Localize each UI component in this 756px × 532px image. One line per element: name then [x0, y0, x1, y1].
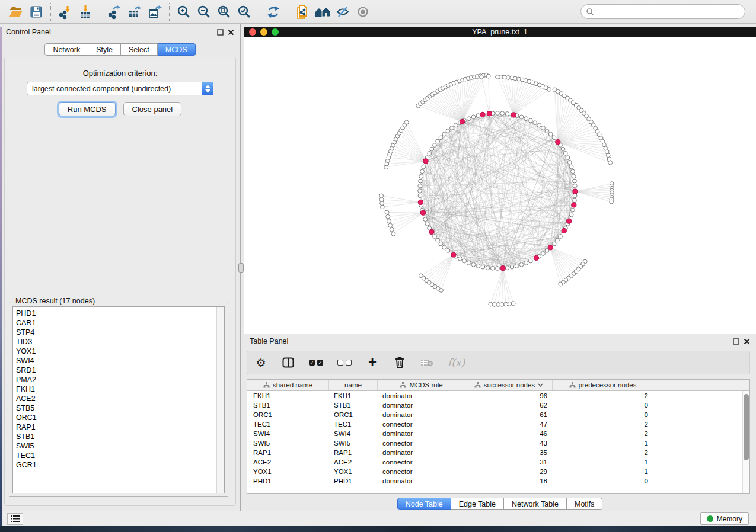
settings-gear-button[interactable]: ⚙ — [254, 355, 267, 370]
tab-edge-table[interactable]: Edge Table — [451, 498, 504, 510]
table-scrollbar-thumb[interactable] — [744, 394, 749, 460]
network-canvas[interactable] — [244, 37, 756, 334]
cell-name: FKH1 — [329, 391, 378, 400]
mcds-result-item[interactable]: YOX1 — [13, 347, 224, 356]
cell-successor_nodes: 62 — [465, 400, 553, 410]
delete-column-button[interactable] — [393, 355, 406, 370]
table-row[interactable]: FKH1FKH1dominator962 — [247, 391, 749, 400]
zoom-selected-button[interactable] — [234, 2, 254, 21]
table-row[interactable]: ORC1ORC1dominator610 — [247, 410, 749, 419]
search-box[interactable] — [580, 4, 745, 19]
export-table-button[interactable] — [125, 2, 145, 21]
zoom-fit-button[interactable] — [214, 2, 234, 21]
float-panel-icon[interactable] — [733, 338, 739, 345]
mcds-result-item[interactable]: ACE2 — [13, 394, 224, 403]
share-network-document-button[interactable] — [292, 2, 312, 21]
table-row[interactable]: TEC1TEC1connector472 — [247, 419, 749, 429]
tab-network-table[interactable]: Network Table — [504, 498, 567, 510]
tab-network[interactable]: Network — [44, 43, 88, 56]
mcds-result-item[interactable]: SWI4 — [13, 356, 224, 366]
mcds-result-title: MCDS result (17 nodes) — [13, 297, 97, 305]
table-row[interactable]: SWI4SWI4dominator462 — [247, 429, 749, 438]
table-row[interactable]: STB1STB1dominator620 — [247, 400, 749, 410]
home-networks-button[interactable] — [312, 2, 333, 21]
tab-select[interactable]: Select — [121, 43, 158, 56]
table-row[interactable]: YOX1YOX1connector291 — [247, 467, 749, 476]
function-icon: f(x) — [448, 357, 465, 368]
export-image-button[interactable] — [145, 2, 165, 21]
open-folder-icon — [8, 4, 24, 20]
close-panel-button[interactable]: Close panel — [123, 102, 182, 116]
column-header-shared-name[interactable]: shared name — [247, 380, 329, 390]
column-layout-button[interactable] — [282, 355, 295, 370]
mcds-result-item[interactable]: TEC1 — [13, 451, 224, 460]
save-session-button[interactable] — [26, 2, 46, 21]
cell-shared_name: RAP1 — [247, 448, 329, 457]
table-scrollbar[interactable] — [742, 391, 749, 493]
column-header-MCDS-role[interactable]: MCDS role — [378, 380, 465, 390]
table-row[interactable]: PHD1PHD1dominator180 — [247, 476, 749, 486]
mcds-result-item[interactable]: PHD1 — [13, 309, 224, 318]
cell-mcds_role: dominator — [378, 400, 465, 410]
mcds-result-item[interactable]: SRD1 — [13, 366, 224, 375]
mcds-result-item[interactable]: SWI5 — [13, 441, 224, 451]
network-window-titlebar[interactable]: YPA_prune.txt_1 — [244, 27, 756, 37]
import-table-button[interactable] — [75, 2, 95, 21]
tab-style[interactable]: Style — [88, 43, 121, 56]
mcds-result-item[interactable]: FKH1 — [13, 384, 224, 394]
cell-successor_nodes: 47 — [465, 419, 553, 429]
table-row[interactable]: SWI5SWI5connector431 — [247, 438, 749, 448]
column-header-predecessor-nodes[interactable]: predecessor nodes — [553, 380, 653, 390]
network-graph[interactable] — [244, 37, 756, 334]
function-builder-button[interactable]: f(x) — [448, 355, 465, 370]
cell-name: STB1 — [329, 400, 378, 410]
close-panel-icon[interactable] — [744, 338, 750, 345]
column-header-name[interactable]: name — [329, 380, 378, 390]
task-history-button[interactable] — [7, 513, 23, 525]
mcds-result-item[interactable]: STP4 — [13, 328, 224, 337]
table-row[interactable]: RAP1RAP1dominator352 — [247, 448, 749, 457]
table-row[interactable]: ACE2ACE2connector311 — [247, 457, 749, 467]
memory-button[interactable]: Memory — [700, 512, 749, 525]
table-toolbar: ⚙ ✓ ✓ + — [247, 351, 750, 374]
tab-motifs[interactable]: Motifs — [567, 498, 602, 510]
tab-mcds[interactable]: MCDS — [158, 43, 196, 56]
mcds-result-item[interactable]: ORC1 — [13, 413, 224, 422]
select-all-button[interactable]: ✓ ✓ — [309, 355, 323, 370]
export-network-button[interactable] — [104, 2, 125, 21]
zoom-in-button[interactable] — [174, 2, 194, 21]
result-list-scrollbar[interactable] — [216, 307, 224, 493]
mcds-result-item[interactable]: STB1 — [13, 432, 224, 441]
mcds-result-list[interactable]: PHD1CAR1STP4TID3YOX1SWI4SRD1PMA2FKH1ACE2… — [12, 306, 225, 493]
mcds-result-item[interactable]: RAP1 — [13, 422, 224, 432]
tab-node-table[interactable]: Node Table — [397, 498, 451, 510]
cell-shared_name: YOX1 — [247, 467, 329, 476]
float-panel-icon[interactable] — [217, 29, 224, 36]
import-network-button[interactable] — [55, 2, 75, 21]
cell-successor_nodes: 96 — [465, 391, 553, 400]
cell-mcds_role: dominator — [378, 476, 465, 486]
mcds-result-item[interactable]: TID3 — [13, 337, 224, 347]
column-header-successor-nodes[interactable]: successor nodes — [465, 380, 553, 390]
show-details-button[interactable] — [353, 2, 373, 21]
cell-mcds_role: connector — [378, 457, 465, 467]
cell-successor_nodes: 46 — [465, 429, 553, 438]
close-panel-icon[interactable] — [228, 29, 234, 36]
optimization-criterion-select[interactable]: largest connected component (undirected) — [27, 82, 213, 95]
mcds-result-item[interactable]: STB5 — [13, 403, 224, 413]
zoom-out-button[interactable] — [194, 2, 214, 21]
main-toolbar — [0, 0, 756, 24]
hide-details-button[interactable] — [333, 2, 353, 21]
mcds-result-item[interactable]: PMA2 — [13, 375, 224, 384]
checked-checkbox-icon: ✓ — [317, 360, 323, 366]
open-file-button[interactable] — [6, 2, 26, 21]
search-input[interactable] — [597, 8, 740, 16]
mcds-result-item[interactable]: GCR1 — [13, 460, 224, 470]
add-column-button[interactable]: + — [366, 355, 379, 370]
mcds-result-item[interactable]: CAR1 — [13, 318, 224, 328]
splitter-handle-icon[interactable] — [238, 263, 244, 273]
delete-table-button[interactable] — [420, 355, 433, 370]
run-mcds-button[interactable]: Run MCDS — [59, 102, 116, 116]
refresh-layout-button[interactable] — [263, 2, 283, 21]
deselect-all-button[interactable] — [337, 355, 352, 370]
